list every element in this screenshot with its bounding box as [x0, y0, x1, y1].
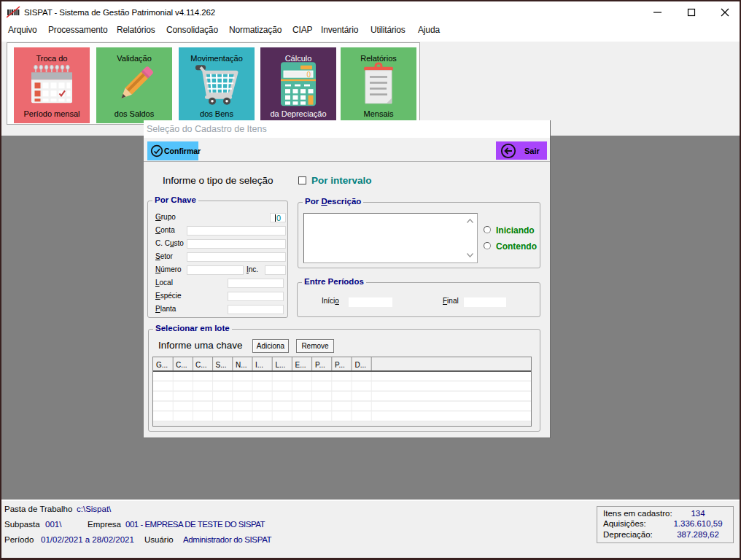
- svg-text:0: 0: [306, 71, 311, 79]
- svg-text:I...: I...: [255, 361, 263, 369]
- svg-text:P...: P...: [335, 361, 345, 369]
- svg-text:L...: L...: [276, 361, 286, 369]
- svg-text:E...: E...: [295, 361, 306, 369]
- svg-text:S...: S...: [216, 361, 227, 369]
- svg-text:G...: G...: [156, 361, 168, 369]
- svg-text:P...: P...: [315, 361, 325, 369]
- svg-text:D...: D...: [355, 361, 367, 369]
- svg-text:C...: C...: [176, 361, 187, 369]
- svg-text:N...: N...: [236, 361, 247, 369]
- svg-text:C...: C...: [195, 361, 207, 369]
